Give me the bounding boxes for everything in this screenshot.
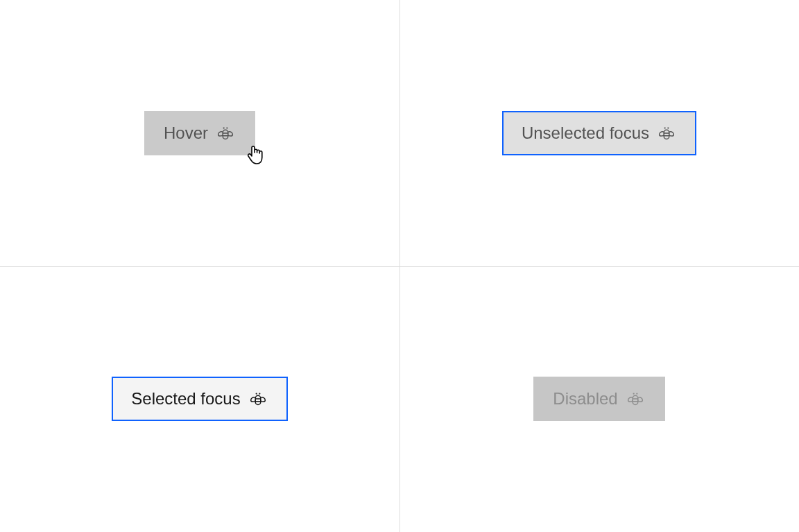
svg-point-16 xyxy=(636,393,637,395)
svg-point-5 xyxy=(664,127,666,128)
horizontal-divider xyxy=(0,266,799,267)
cell-disabled: Disabled xyxy=(400,266,799,533)
svg-point-0 xyxy=(223,127,225,128)
bee-icon xyxy=(215,125,236,141)
content-switcher-disabled: Disabled xyxy=(533,377,664,421)
content-switcher-selected-focus[interactable]: Selected focus xyxy=(112,377,287,421)
svg-point-10 xyxy=(255,393,257,395)
svg-point-15 xyxy=(633,393,634,395)
svg-rect-7 xyxy=(664,130,669,139)
hover-label: Hover xyxy=(164,125,208,141)
selected-focus-label: Selected focus xyxy=(131,391,240,407)
svg-rect-2 xyxy=(223,130,228,139)
cell-hover: Hover xyxy=(0,0,400,266)
cell-unselected-focus: Unselected focus xyxy=(400,0,799,266)
svg-point-6 xyxy=(667,127,669,128)
cell-selected-focus: Selected focus xyxy=(0,266,400,533)
svg-rect-12 xyxy=(255,396,261,405)
unselected-focus-label: Unselected focus xyxy=(522,125,649,141)
svg-rect-17 xyxy=(633,396,638,405)
bee-icon xyxy=(656,125,677,141)
disabled-label: Disabled xyxy=(553,391,617,407)
content-switcher-hover[interactable]: Hover xyxy=(144,111,255,155)
svg-point-1 xyxy=(226,127,227,128)
svg-point-11 xyxy=(259,393,260,395)
content-switcher-unselected-focus[interactable]: Unselected focus xyxy=(502,111,696,155)
bee-icon xyxy=(625,391,646,407)
bee-icon xyxy=(248,391,268,407)
